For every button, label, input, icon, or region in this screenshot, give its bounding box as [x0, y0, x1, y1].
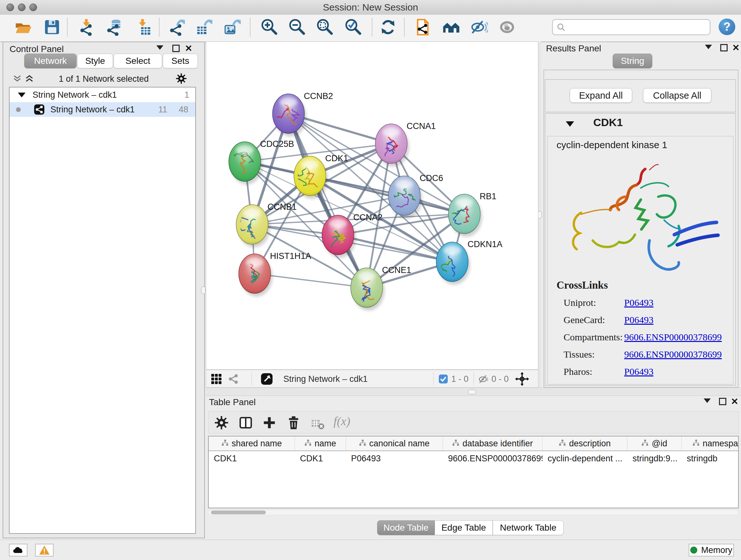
import-network-file-icon[interactable] [78, 18, 96, 36]
expand-all-button[interactable]: Expand All [569, 88, 632, 103]
save-session-icon[interactable] [44, 18, 61, 36]
level-of-detail-icon[interactable] [498, 18, 516, 36]
view-share-icon[interactable] [228, 374, 239, 386]
collapse-panel-icon[interactable] [703, 398, 711, 407]
tab-sets[interactable]: Sets [163, 54, 198, 68]
collapse-panel-icon[interactable] [156, 45, 164, 54]
float-panel-icon[interactable] [172, 45, 180, 53]
tab-node-table[interactable]: Node Table [377, 520, 434, 535]
column-header-name[interactable]: name [295, 436, 346, 450]
column-header-description[interactable]: description [542, 436, 627, 450]
table-row[interactable]: CDK1CDK1P064939606.ENSP00000378699cyclin… [209, 451, 738, 466]
position-crosshair-icon[interactable] [515, 372, 529, 387]
column-header-namespace[interactable]: namespace [682, 436, 739, 450]
crosslink-label: Tissues: [563, 349, 595, 360]
network-node-CDC6[interactable]: CDC6 [388, 173, 443, 219]
crosslink-link[interactable]: P06493 [624, 366, 654, 377]
memory-label: Memory [701, 545, 732, 555]
network-canvas[interactable]: CCNB2CCNA1CDC25BCDK1CDC6RB1CCNB1CCNA2CDK… [206, 42, 538, 370]
network-node-CDKN1A[interactable]: CDKN1A [436, 240, 502, 285]
collection-expand-icon[interactable] [18, 92, 25, 98]
collapse-all-button[interactable]: Collapse All [643, 88, 711, 103]
float-panel-icon[interactable] [720, 44, 728, 52]
network-row[interactable]: String Network – cdk1 11 48 [10, 102, 195, 117]
birdseye-view-icon[interactable] [260, 373, 273, 387]
zoom-selected-icon[interactable] [344, 18, 361, 36]
memory-button[interactable]: Memory [689, 544, 734, 557]
column-header-database-identifier[interactable]: database identifier [443, 436, 542, 450]
selected-nodes-checkbox[interactable] [439, 374, 448, 383]
tab-string[interactable]: String [613, 54, 652, 68]
table-hscrollbar[interactable] [208, 509, 739, 515]
delete-table-icon[interactable] [311, 417, 326, 431]
column-header-canonical-name[interactable]: canonical name [346, 436, 443, 450]
help-button[interactable]: ? [719, 18, 735, 35]
crosslink-link[interactable]: 9606.ENSP00000378699 [624, 349, 722, 360]
export-network-icon[interactable] [168, 18, 185, 36]
import-network-database-icon[interactable] [105, 18, 123, 36]
tab-select[interactable]: Select [114, 54, 162, 68]
add-column-icon[interactable] [262, 415, 277, 430]
network-view-title: String Network – cdk1 [283, 370, 367, 388]
close-panel-icon[interactable]: ✕ [731, 398, 739, 406]
export-table-icon[interactable] [196, 18, 213, 36]
export-image-icon[interactable] [224, 18, 241, 36]
column-header-shared-name[interactable]: shared name [209, 436, 295, 450]
close-panel-icon[interactable]: ✕ [185, 45, 193, 53]
tab-network[interactable]: Network [24, 54, 77, 68]
hscrollbar-thumb[interactable] [211, 510, 266, 514]
delete-column-trash-icon[interactable] [286, 415, 301, 430]
gene-expand-icon[interactable] [566, 121, 574, 127]
network-selection-status: 1 of 1 Network selected [3, 74, 204, 84]
show-columns-icon[interactable] [239, 415, 253, 430]
open-session-icon[interactable] [15, 18, 32, 36]
tab-edge-table[interactable]: Edge Table [434, 520, 493, 535]
network-list: String Network – cdk1 1 String Network –… [9, 87, 196, 534]
hide-graphics-details-icon[interactable] [471, 18, 488, 36]
network-node-CDK1[interactable]: CDK1 [294, 153, 348, 199]
network-node-CCNB1[interactable]: CCNB1 [236, 202, 297, 247]
network-node-CCNB2[interactable]: CCNB2 [273, 91, 333, 137]
string-import-icon[interactable] [414, 18, 431, 36]
tab-style[interactable]: Style [77, 54, 113, 68]
network-node-CCNA1[interactable]: CCNA1 [375, 121, 436, 167]
node-label: CCNB2 [304, 91, 333, 101]
zoom-out-icon[interactable] [288, 18, 306, 36]
network-view-toolbar: String Network – cdk1 1 - 0 0 - 0 [206, 370, 538, 388]
function-builder-icon[interactable]: f(x) [333, 414, 350, 428]
network-node-CCNE1[interactable]: CCNE1 [351, 265, 411, 311]
crosslink-row: Uniprot:P06493 [548, 294, 734, 311]
import-table-icon[interactable] [135, 18, 152, 36]
column-tree-icon [559, 439, 566, 449]
zoom-fit-icon[interactable] [316, 18, 333, 36]
network-node-HIST1H1A[interactable]: HIST1H1A [239, 251, 311, 297]
collapse-panel-icon[interactable] [704, 45, 713, 53]
network-node-RB1[interactable]: RB1 [448, 192, 496, 237]
left-splitter-handle[interactable] [201, 287, 205, 294]
string-home-icon[interactable] [443, 18, 460, 36]
column-tree-icon [221, 439, 228, 449]
horizontal-splitter-handle[interactable] [468, 389, 476, 394]
table-panel-title: Table Panel [209, 397, 256, 408]
network-options-gear-icon[interactable] [176, 73, 187, 85]
toolbar-separator [250, 18, 251, 37]
close-panel-icon[interactable]: ✕ [732, 44, 740, 52]
float-panel-icon[interactable] [718, 398, 727, 406]
column-label: description [569, 439, 611, 449]
crosslink-link[interactable]: P06493 [624, 314, 654, 325]
search-input[interactable] [568, 20, 706, 33]
zoom-in-icon[interactable] [260, 18, 278, 36]
refresh-layout-icon[interactable] [380, 18, 397, 36]
results-panel-title: Results Panel [546, 44, 601, 54]
cloud-button[interactable] [9, 544, 27, 557]
table-options-gear-icon[interactable] [214, 415, 229, 430]
tab-network-table[interactable]: Network Table [493, 520, 563, 535]
column-header--id[interactable]: @id [627, 436, 682, 450]
network-collection-row[interactable]: String Network – cdk1 1 [10, 87, 195, 102]
network-edge[interactable] [288, 114, 367, 288]
hidden-eye-icon[interactable] [478, 374, 489, 386]
view-grid-icon[interactable] [211, 373, 222, 386]
crosslink-link[interactable]: P06493 [624, 297, 654, 308]
warnings-button[interactable] [35, 544, 54, 557]
crosslink-link[interactable]: 9606.ENSP00000378699 [624, 332, 722, 343]
